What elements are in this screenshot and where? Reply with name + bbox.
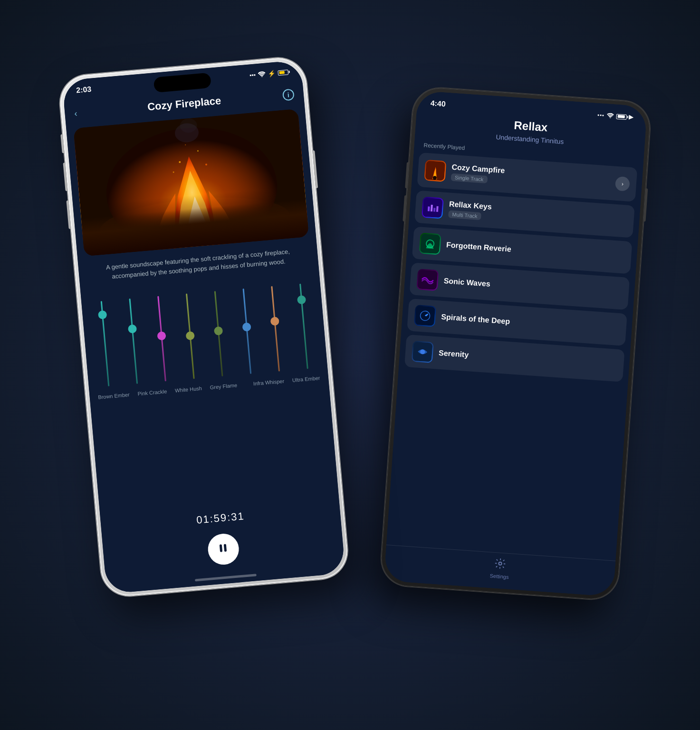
- slider-track-2: [123, 298, 144, 384]
- home-indicator: [194, 574, 256, 581]
- slider-thumb-7[interactable]: [270, 317, 279, 326]
- right-battery-icon: [616, 114, 627, 120]
- track-name-serenity: Serenity: [438, 349, 617, 370]
- location-icon: ▶: [629, 114, 633, 121]
- track-name-spirals: Spirals of the Deep: [441, 313, 619, 334]
- slider-track-4: [179, 293, 201, 380]
- info-button[interactable]: i: [282, 89, 294, 101]
- track-badge-campfire: Single Track: [451, 173, 487, 183]
- slider-label-white-hush: White Hush: [174, 385, 202, 396]
- slider-label-ultra-ember: Ultra Ember: [292, 375, 320, 386]
- bottom-nav: Settings: [384, 545, 615, 597]
- slider-label-infra-whisper: Infra Whisper: [253, 378, 285, 390]
- svg-rect-16: [219, 544, 222, 552]
- track-info-sonic-waves: Sonic Waves: [438, 276, 622, 298]
- track-name-forgotten-reverie: Forgotten Reverie: [446, 240, 624, 261]
- right-vol-down-button[interactable]: [403, 195, 407, 221]
- right-signal-icon: •••: [597, 112, 604, 118]
- slider-thumb-8[interactable]: [297, 295, 306, 305]
- slider-label-grey-flame: Grey Flame: [210, 382, 238, 393]
- slider-thumb-3[interactable]: [157, 331, 166, 341]
- slider-label-brown-ember: Brown Ember: [97, 392, 130, 403]
- right-time: 4:40: [430, 99, 446, 108]
- left-screen-inner: 2:03 ▪▪▪ ⚡: [62, 60, 345, 594]
- right-vol-up-button[interactable]: [405, 162, 409, 188]
- signal-icon: ▪▪▪: [249, 71, 256, 78]
- track-thumb-spirals: [414, 305, 436, 327]
- track-badge-rellax-keys: Multi Track: [448, 210, 481, 220]
- right-phone: 4:40 •••: [379, 86, 651, 601]
- track-info-forgotten-reverie: Forgotten Reverie: [440, 240, 624, 261]
- status-icons: ▪▪▪ ⚡: [249, 68, 288, 79]
- right-wifi-icon: [606, 112, 614, 120]
- settings-label: Settings: [489, 573, 508, 580]
- slider-thumb-1[interactable]: [98, 310, 107, 320]
- left-screen: 2:03 ▪▪▪ ⚡: [62, 60, 345, 594]
- pause-icon: [217, 542, 229, 557]
- slider-track-8: [293, 283, 315, 370]
- slider-track-6: [236, 288, 258, 375]
- battery-charging-icon: ⚡: [268, 69, 276, 77]
- slider-thumb-2[interactable]: [128, 324, 137, 334]
- battery-icon: [278, 69, 288, 76]
- slider-thumb-6[interactable]: [242, 322, 251, 332]
- svg-point-29: [499, 562, 501, 565]
- slider-track-1: [94, 300, 116, 387]
- slider-track-3: [151, 296, 173, 382]
- track-info-spirals: Spirals of the Deep: [435, 312, 619, 334]
- slider-label-pink-crackle: Pink Crackle: [137, 388, 167, 399]
- track-info-serenity: Serenity: [432, 348, 617, 370]
- right-status-icons: •••: [597, 111, 633, 121]
- track-thumb-sonic-waves: [416, 269, 439, 291]
- left-phone: 2:03 ▪▪▪ ⚡: [58, 56, 349, 598]
- slider-track-7: [264, 286, 286, 372]
- power-button[interactable]: [312, 150, 318, 188]
- svg-point-18: [609, 117, 610, 118]
- sliders-container: [80, 268, 327, 393]
- track-arrow-campfire[interactable]: ›: [614, 176, 630, 192]
- nav-item-settings[interactable]: Settings: [489, 557, 510, 580]
- volume-up-button[interactable]: [63, 163, 67, 191]
- slider-track-5: [208, 290, 230, 377]
- right-screen-inner: 4:40 •••: [384, 90, 647, 596]
- screen-title: Cozy Fireplace: [147, 95, 221, 113]
- play-pause-button[interactable]: [206, 532, 240, 566]
- fireplace-image: [73, 109, 309, 256]
- settings-icon: [494, 557, 506, 573]
- track-thumb-campfire: [424, 160, 446, 182]
- track-info-rellax-keys: Rellax Keys Multi Track: [442, 200, 628, 231]
- svg-rect-17: [223, 544, 226, 551]
- track-thumb-serenity: [411, 341, 433, 363]
- track-info-campfire: Cozy Campfire Single Track: [445, 163, 616, 192]
- svg-point-0: [261, 76, 262, 77]
- slider-thumb-4[interactable]: [185, 331, 195, 341]
- wifi-icon: [258, 70, 266, 78]
- right-power-button[interactable]: [643, 188, 648, 221]
- track-name-sonic-waves: Sonic Waves: [443, 277, 622, 298]
- mute-button[interactable]: [60, 134, 64, 153]
- track-thumb-rellax-keys: [421, 197, 443, 219]
- volume-down-button[interactable]: [66, 201, 71, 229]
- left-time: 2:03: [76, 85, 91, 95]
- phones-container: 2:03 ▪▪▪ ⚡: [65, 32, 635, 698]
- slider-thumb-5[interactable]: [213, 327, 223, 336]
- track-thumb-forgotten-reverie: [419, 232, 441, 255]
- right-screen: 4:40 •••: [384, 90, 647, 596]
- back-button[interactable]: ‹: [74, 108, 77, 118]
- svg-rect-25: [415, 306, 435, 326]
